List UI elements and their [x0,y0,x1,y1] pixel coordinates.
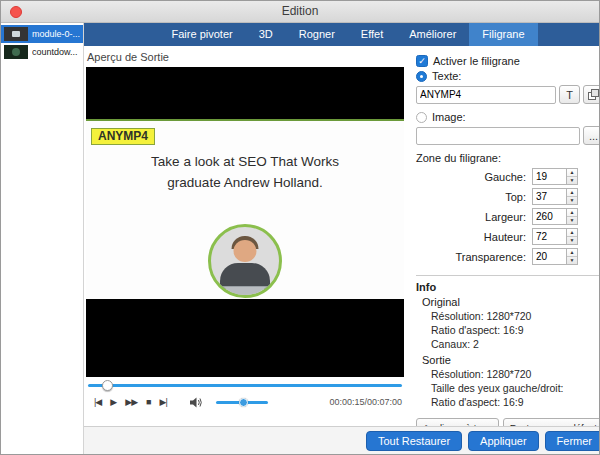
info-output-resolution: Résolution: 1280*720 [431,367,600,381]
volume-handle[interactable] [239,398,248,407]
top-input[interactable] [532,188,566,205]
stepper-up-icon[interactable]: ▲ [567,249,577,257]
video-preview[interactable]: ANYMP4 Take a look at SEO That Works gra… [86,67,404,377]
video-green-stripe [86,119,404,121]
preview-area: Aperçu de Sortie ANYMP4 Take a look at S… [84,46,406,426]
info-output-eye-size: Taille des yeux gauche/droit: [431,381,600,395]
tab-ameliorer[interactable]: Améliorer [396,23,469,46]
fast-forward-button[interactable]: ▶▶ [125,397,137,407]
watermark-text-input[interactable] [416,86,556,104]
hauteur-stepper[interactable]: ▲ ▼ [566,228,578,245]
field-label-top: Top: [505,191,526,203]
info-title: Info [416,281,600,293]
window-close-button[interactable] [10,6,22,18]
text-radio-label: Texte: [432,70,461,82]
transparence-input[interactable] [532,248,566,265]
speaker-photo [208,224,282,298]
largeur-stepper[interactable]: ▲ ▼ [566,208,578,225]
stepper-up-icon[interactable]: ▲ [567,229,577,237]
watermark-settings-panel: ✓ Activer le filigrane Texte: T [406,46,600,426]
zone-label: Zone du filigrane: [416,152,600,164]
enable-watermark-checkbox[interactable]: ✓ [416,55,428,67]
stepper-down-icon[interactable]: ▼ [567,217,577,224]
avatar-face [234,240,257,262]
time-display: 00:00:15/00:07:00 [329,397,402,407]
stepper-up-icon[interactable]: ▲ [567,209,577,217]
play-button[interactable]: ▶ [110,397,116,407]
fermer-button[interactable]: Fermer [545,431,600,451]
enable-watermark-label: Activer le filigrane [433,55,520,67]
title-bar[interactable]: Edition [1,1,599,23]
stepper-up-icon[interactable]: ▲ [567,169,577,177]
skip-back-button[interactable]: |◀ [94,397,101,407]
apply-button[interactable]: Appliquer [468,431,538,451]
hauteur-input[interactable] [532,228,566,245]
field-label-gauche: Gauche: [484,171,526,183]
stop-button[interactable]: ■ [146,397,150,407]
tab-3d[interactable]: 3D [246,23,286,46]
stepper-down-icon[interactable]: ▼ [567,197,577,204]
color-style-button[interactable] [583,85,600,104]
preview-label: Aperçu de Sortie [86,48,406,67]
playback-controls: |◀ ▶ ▶▶ ■ ▶| 00:00:15/00:07: [86,392,406,412]
seek-bar[interactable] [86,379,406,392]
stepper-down-icon[interactable]: ▼ [567,257,577,264]
text-radio[interactable] [416,71,427,82]
video-frame: ANYMP4 Take a look at SEO That Works gra… [86,119,404,299]
seek-handle[interactable] [102,380,113,391]
window-title: Edition [1,1,599,22]
image-radio[interactable] [416,112,427,123]
sidebar-item-module[interactable]: module-0-... [1,25,83,43]
sidebar: module-0-... countdow... [1,23,84,454]
watermark-image-input[interactable] [416,127,580,145]
info-original-title: Original [422,296,600,308]
transparence-stepper[interactable]: ▲ ▼ [566,248,578,265]
info-original-channels: Canaux: 2 [431,337,600,351]
stepper-down-icon[interactable]: ▼ [567,237,577,244]
sidebar-item-label: countdow... [32,47,78,57]
tab-bar: Faire pivoter 3D Rogner Effet Améliorer … [84,23,600,46]
tab-effet[interactable]: Effet [348,23,396,46]
watermark-overlay[interactable]: ANYMP4 [91,128,155,145]
avatar-laptop [222,286,268,295]
field-label-hauteur: Hauteur: [484,231,526,243]
gauche-stepper[interactable]: ▲ ▼ [566,168,578,185]
video-thumbnail-icon [4,27,28,41]
caption-line-2: graduate Andrew Holland. [167,175,322,190]
browse-image-button[interactable]: ... [583,126,600,145]
restore-all-button[interactable]: Tout Restaurer [366,431,462,451]
video-caption: Take a look at SEO That Works graduate A… [86,152,404,194]
font-button[interactable]: T [559,85,580,104]
largeur-input[interactable] [532,208,566,225]
info-original-aspect: Ratio d'aspect: 16:9 [431,323,600,337]
stepper-up-icon[interactable]: ▲ [567,189,577,197]
seek-track[interactable] [88,384,402,387]
restore-default-button[interactable]: Restaurer par défaut [503,418,600,426]
image-radio-label: Image: [432,111,466,123]
overlapping-squares-icon [588,89,599,100]
tab-rogner[interactable]: Rogner [286,23,348,46]
edition-dialog: Edition module-0-... countdow... Faire p… [0,0,600,455]
field-label-largeur: Largeur: [485,211,526,223]
volume-icon[interactable] [190,397,203,408]
video-thumbnail-icon [4,45,28,59]
field-label-transparence: Transparence: [456,251,527,263]
tab-faire-pivoter[interactable]: Faire pivoter [159,23,246,46]
info-output-aspect: Ratio d'aspect: 16:9 [431,395,600,409]
info-divider [416,275,600,276]
sidebar-item-label: module-0-... [32,29,80,39]
top-stepper[interactable]: ▲ ▼ [566,188,578,205]
gauche-input[interactable] [532,168,566,185]
apply-to-all-button[interactable]: Appliquer à tous [416,418,499,426]
skip-forward-button[interactable]: ▶| [160,397,167,407]
info-output-title: Sortie [422,354,600,366]
tab-filigrane[interactable]: Filigrane [469,23,537,46]
stepper-down-icon[interactable]: ▼ [567,177,577,184]
info-original-resolution: Résolution: 1280*720 [431,309,600,323]
caption-line-1: Take a look at SEO That Works [151,154,339,169]
sidebar-item-countdown[interactable]: countdow... [1,43,83,61]
footer-bar: Tout Restaurer Appliquer Fermer [84,426,600,454]
volume-slider[interactable] [216,401,268,404]
